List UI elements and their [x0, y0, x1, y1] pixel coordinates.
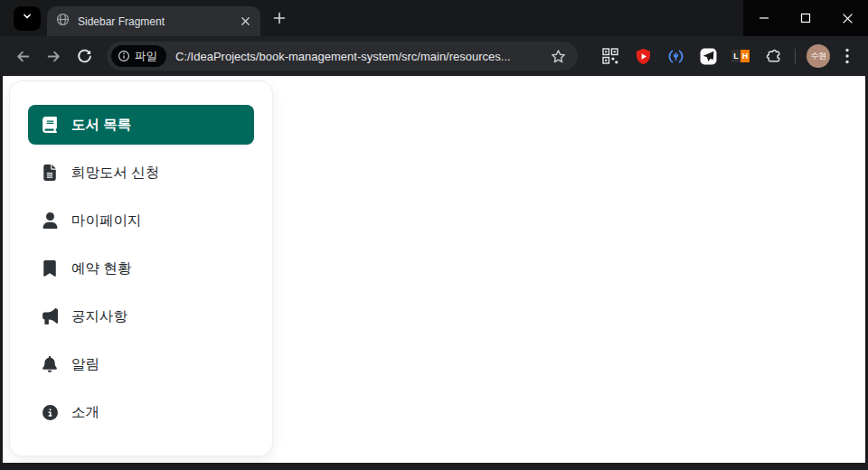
tab-sidebar-fragment[interactable]: Sidebar Fragment: [47, 6, 260, 36]
close-icon: [241, 16, 250, 26]
bottom-edge-strip: [0, 463, 868, 470]
shield-play-extension-button[interactable]: [632, 45, 654, 67]
info-circle-icon: [42, 404, 58, 420]
forward-button[interactable]: [42, 44, 65, 68]
browser-menu-button[interactable]: [837, 44, 857, 68]
file-lines-icon: [42, 164, 58, 181]
sidebar-card: 도서 목록 희망도서 신청 마이페이지 예약 현황: [10, 81, 272, 456]
forward-icon: [46, 49, 61, 64]
page-content: 도서 목록 희망도서 신청 마이페이지 예약 현황: [3, 76, 865, 463]
sidebar-item-label: 도서 목록: [71, 116, 131, 135]
puzzle-icon: [765, 48, 782, 65]
megaphone-icon: [42, 308, 58, 324]
tab-strip: Sidebar Fragment: [0, 0, 868, 36]
paper-plane-icon: [700, 48, 717, 65]
toolbar-separator: [795, 49, 796, 64]
bell-icon: [42, 356, 58, 372]
avatar-label: 수현: [811, 51, 826, 62]
extensions-menu-button[interactable]: [762, 45, 784, 67]
maximize-button[interactable]: [785, 0, 826, 36]
qr-code-icon: [602, 48, 618, 64]
sidebar-item-label: 희망도서 신청: [71, 164, 159, 183]
info-icon: [118, 50, 130, 62]
reload-icon: [77, 49, 92, 64]
close-window-button[interactable]: [826, 0, 868, 36]
sidebar-item-label: 예약 현황: [71, 259, 131, 278]
close-window-icon: [842, 13, 854, 24]
sidebar-item-notifications[interactable]: 알림: [28, 344, 254, 384]
sidebar-item-my-page[interactable]: 마이페이지: [28, 201, 254, 240]
maximize-icon: [800, 13, 811, 24]
browser-toolbar: 파일 C:/IdeaProjects/book-management-syste…: [0, 36, 868, 76]
address-bar[interactable]: 파일 C:/IdeaProjects/book-management-syste…: [107, 42, 578, 70]
reload-button[interactable]: [72, 44, 96, 68]
kebab-menu-icon: [845, 48, 849, 64]
file-scheme-chip[interactable]: 파일: [111, 45, 166, 67]
qr-extension-button[interactable]: [599, 45, 621, 67]
bookmark-icon: [42, 260, 58, 277]
sidebar-item-label: 알림: [71, 355, 99, 374]
url-text: C:/IdeaProjects/book-management-system/s…: [175, 50, 547, 63]
file-chip-label: 파일: [135, 49, 157, 64]
sidebar-item-label: 마이페이지: [71, 212, 142, 230]
minimize-icon: [759, 13, 769, 24]
globe-icon: [56, 13, 70, 30]
blue-brackets-extension-button[interactable]: [665, 45, 686, 67]
sidebar-item-wish-book-request[interactable]: 희망도서 신청: [28, 153, 254, 193]
paper-plane-extension-button[interactable]: [697, 45, 719, 67]
sidebar-item-notices[interactable]: 공지사항: [28, 296, 254, 336]
sidebar-item-book-list[interactable]: 도서 목록: [28, 105, 254, 145]
tab-search-button[interactable]: [14, 6, 41, 31]
plus-icon: [273, 12, 286, 24]
window-controls: [743, 0, 868, 36]
shield-play-icon: [635, 48, 652, 65]
star-icon: [551, 49, 566, 64]
lh-extension-icon: L: [731, 50, 741, 62]
lh-extension-button[interactable]: L H: [730, 45, 751, 67]
profile-avatar[interactable]: 수현: [807, 44, 830, 68]
extensions-row: L H 수현: [589, 44, 857, 68]
new-tab-button[interactable]: [268, 6, 291, 30]
minimize-button[interactable]: [743, 0, 785, 36]
tab-close-button[interactable]: [237, 14, 253, 30]
bookmark-page-button[interactable]: [547, 45, 569, 67]
sidebar-item-about[interactable]: 소개: [28, 392, 254, 432]
sidebar-item-label: 공지사항: [71, 307, 127, 326]
tab-title: Sidebar Fragment: [78, 15, 237, 28]
book-icon: [42, 117, 58, 133]
back-icon: [15, 49, 31, 64]
chevron-down-icon: [21, 10, 33, 26]
browser-window: Sidebar Fragment: [0, 0, 868, 470]
sidebar-item-reservation-status[interactable]: 예약 현황: [28, 249, 254, 288]
user-icon: [42, 212, 58, 229]
blue-brackets-icon: [667, 48, 684, 65]
sidebar-item-label: 소개: [71, 403, 99, 422]
back-button[interactable]: [11, 44, 34, 68]
